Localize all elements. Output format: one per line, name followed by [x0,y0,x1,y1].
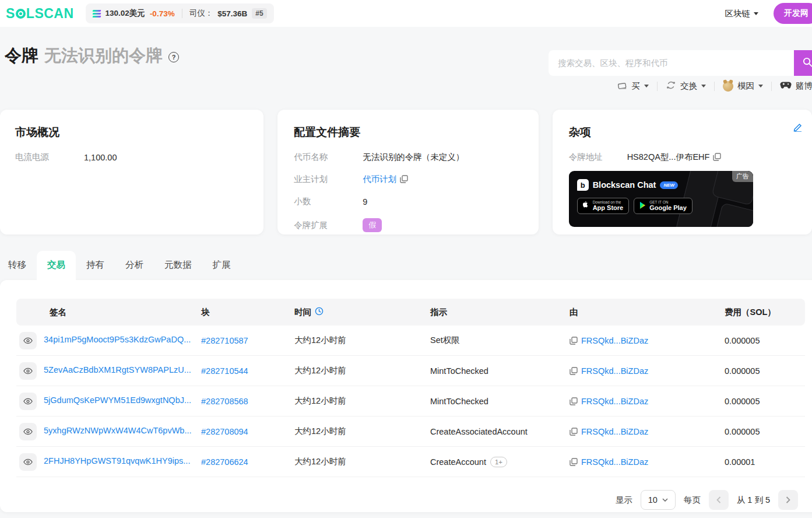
logo-text-end: LSCAN [26,6,74,22]
rank-badge: #5 [252,8,266,19]
prev-page-button[interactable] [709,490,729,510]
swap-icon [666,80,676,92]
chevron-right-icon [786,496,790,503]
supply-value: 1,100.00 [84,153,117,162]
signature-link[interactable]: 5jGdumQsKePWYM51Ed9wxgtNQbJ... [44,396,191,405]
preview-eye-button[interactable] [19,362,37,380]
page-title: 令牌 无法识别的令牌 ? [5,44,179,68]
copy-icon[interactable] [570,397,578,405]
tab-metadata[interactable]: 元数据 [154,251,202,280]
sol-price-change: -0.73% [150,9,175,18]
fee-value: 0.000005 [725,397,805,406]
table-row: 5jGdumQsKePWYM51Ed9wxgtNQbJ... #28270856… [16,386,805,416]
divider [771,82,772,91]
profile-card-title: 配置文件摘要 [294,125,523,140]
market-overview-card: 市场概况 电流电源 1,100.00 [0,110,263,235]
time-value: 大约12小时前 [294,456,430,467]
preview-eye-button[interactable] [19,453,37,471]
logo-o-icon [16,9,26,19]
buy-label: 买 [632,80,641,92]
table-row: 34pi1mP5gMooct9P5s3KdzGwPaDQ... #2827105… [16,326,805,356]
token-name-label: 代币名称 [294,152,363,163]
pagination: 显示 10 每页 从 1 到 5 [16,477,805,510]
search-button[interactable] [794,50,812,76]
new-badge: NEW [660,181,678,189]
signature-link[interactable]: 5yxhgRWzNWpWxW4W4CwT6pvWb... [44,426,192,435]
sol-price-pill: 130.02美元 -0.73% 司仪： $57.36B #5 [86,4,274,23]
owner-program-link[interactable]: 代币计划 [363,174,396,184]
blockscan-ad-banner[interactable]: 广告 b Blockscan Chat NEW Download on [569,171,753,227]
copy-icon[interactable] [570,428,578,436]
by-address-link[interactable]: FRSQkd...BiZDaz [581,336,648,345]
signature-link[interactable]: 5ZevAaCzBdbXM1RgtSYW8PAPLzU... [44,365,191,374]
search-icon [802,57,812,69]
doge-icon [723,81,733,92]
phone-mockup [715,202,753,227]
blockscan-logo: b [577,179,589,191]
fee-value: 0.000005 [725,427,805,436]
block-link[interactable]: #282710587 [201,336,248,345]
signature-link[interactable]: 34pi1mP5gMooct9P5s3KdzGwPaDQ... [44,335,191,344]
logo-text-start: S [6,6,15,22]
network-button[interactable]: 开发网 [774,3,812,24]
token-address-label: 令牌地址 [569,152,627,163]
signature-link[interactable]: 2FHJH8YHpGWST91qvqwK1HY9ips... [44,456,190,466]
tab-analytics[interactable]: 分析 [115,251,154,280]
search-input[interactable] [549,50,794,76]
block-link[interactable]: #282710544 [201,366,248,376]
page-size-select[interactable]: 10 [641,490,676,510]
next-page-button[interactable] [778,490,798,510]
tab-transactions[interactable]: 交易 [37,251,76,280]
by-address-link[interactable]: FRSQkd...BiZDaz [581,366,648,376]
gamble-dropdown[interactable]: 赌博 [780,80,812,92]
instruction-value: CreateAssociatedAccount [430,427,528,436]
preview-eye-button[interactable] [19,332,37,349]
googleplay-button[interactable]: GET IT ON Google Play [634,198,693,214]
copy-icon[interactable] [570,337,578,345]
token-extension-label: 令牌扩展 [294,220,363,231]
decimals-label: 小数 [294,196,363,207]
ad-badge: 广告 [732,171,753,182]
tab-extensions[interactable]: 扩展 [202,251,241,280]
edit-pencil-icon[interactable] [793,123,803,134]
fee-value: 0.000005 [725,366,805,376]
chain-dropdown[interactable]: 区块链 [725,8,759,19]
meme-dropdown[interactable]: 模因 [723,80,763,92]
title-token: 令牌 [5,44,38,68]
copy-icon[interactable] [713,153,721,161]
block-link[interactable]: #282708568 [201,397,248,406]
copy-icon[interactable] [570,367,578,375]
google-play-icon [639,201,646,211]
by-address-link[interactable]: FRSQkd...BiZDaz [581,397,648,406]
divider [182,9,182,18]
help-icon[interactable]: ? [168,52,179,62]
tab-transfers[interactable]: 转移 [0,251,37,280]
header-fee: 费用（SOL） [725,307,805,318]
extension-badge: 假 [363,218,382,232]
profile-summary-card: 配置文件摘要 代币名称 无法识别的令牌（未定义） 业主计划 代币计划 小数 9 … [277,110,538,235]
block-link[interactable]: #282706624 [201,457,248,467]
block-link[interactable]: #282708094 [201,427,248,436]
table-row: 5yxhgRWzNWpWxW4W4CwT6pvWb... #282708094 … [16,416,805,447]
by-address-link[interactable]: FRSQkd...BiZDaz [581,427,648,436]
chain-dropdown-label: 区块链 [725,8,751,19]
header-signature: 签名 [44,307,201,318]
swap-dropdown[interactable]: 交换 [666,80,706,92]
copy-icon[interactable] [400,175,408,183]
preview-eye-button[interactable] [19,393,37,410]
time-value: 大约12小时前 [294,365,430,376]
buy-dropdown[interactable]: 买 [617,80,649,92]
divider [657,82,658,91]
appstore-button[interactable]: Download on the App Store [577,198,630,214]
tab-holders[interactable]: 持有 [76,251,115,280]
cards-icon [617,80,628,92]
clock-icon[interactable] [315,307,324,317]
by-address-link[interactable]: FRSQkd...BiZDaz [581,457,648,467]
copy-icon[interactable] [570,458,578,466]
instruction-count-badge: 1+ [490,457,507,467]
table-row: 5ZevAaCzBdbXM1RgtSYW8PAPLzU... #28271054… [16,356,805,386]
header-block: 块 [201,307,294,318]
preview-eye-button[interactable] [19,423,37,440]
token-address-value: HS82QA型...伊布EHF [627,152,710,162]
solscan-logo[interactable]: S LSCAN [6,6,74,22]
